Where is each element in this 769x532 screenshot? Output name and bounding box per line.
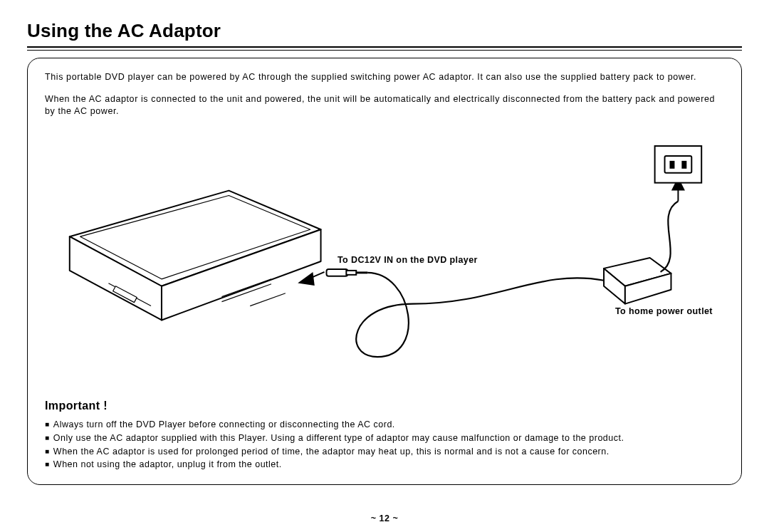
- important-bullet-3: When the AC adaptor is used for prolonge…: [45, 445, 724, 459]
- svg-rect-11: [327, 269, 348, 276]
- section-title: Using the AC Adaptor: [27, 20, 742, 42]
- ac-adaptor-icon: [604, 258, 671, 304]
- dvd-player-icon: [70, 191, 321, 320]
- svg-rect-12: [346, 271, 356, 275]
- important-bullet-4: When not using the adaptor, unplug it fr…: [45, 458, 724, 471]
- cable-to-wall: [661, 202, 679, 272]
- important-bullet-1: Always turn off the DVD Player before co…: [45, 418, 724, 432]
- title-underline: [27, 46, 742, 51]
- page-number: ~ 12 ~: [0, 513, 769, 523]
- svg-rect-20: [665, 156, 692, 173]
- important-bullet-2: Only use the AC adaptor supplied with th…: [45, 432, 724, 445]
- intro-paragraph-1: This portable DVD player can be powered …: [45, 71, 724, 83]
- important-heading: Important !: [45, 400, 724, 412]
- cable-to-adaptor: [356, 273, 604, 357]
- section-title-block: Using the AC Adaptor: [27, 20, 742, 51]
- important-section: Important ! Always turn off the DVD Play…: [45, 400, 724, 471]
- wall-outlet-icon: [655, 146, 702, 183]
- label-dc-in: To DC12V IN on the DVD player: [338, 255, 478, 265]
- dc-plug-arrow-icon: [300, 269, 367, 285]
- label-home-outlet: To home power outlet: [615, 306, 713, 316]
- intro-paragraph-2: When the AC adaptor is connected to the …: [45, 93, 724, 118]
- content-frame: This portable DVD player can be powered …: [27, 58, 742, 485]
- svg-rect-22: [682, 162, 686, 168]
- svg-marker-10: [300, 273, 314, 285]
- svg-rect-21: [670, 162, 674, 168]
- svg-line-8: [250, 293, 286, 306]
